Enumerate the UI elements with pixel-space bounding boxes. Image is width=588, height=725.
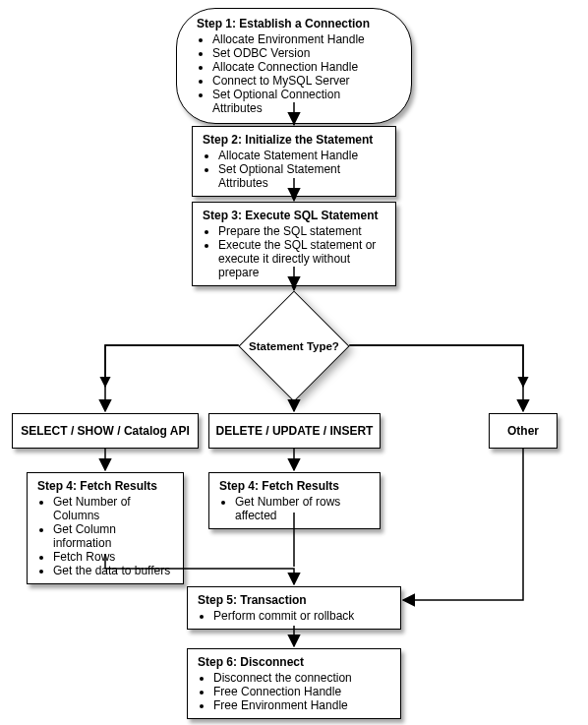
step4a-item: Fetch Rows (53, 550, 173, 564)
step3-list: Prepare the SQL statement Execute the SQ… (203, 224, 385, 279)
branch-dml-label: DELETE / UPDATE / INSERT (216, 424, 374, 438)
step6-title: Step 6: Disconnect (198, 655, 390, 669)
step6-node: Step 6: Disconnect Disconnect the connec… (187, 648, 401, 719)
step4a-list: Get Number of Columns Get Column informa… (37, 495, 173, 577)
step6-item: Free Environment Handle (213, 698, 390, 712)
decision-node: Statement Type? (238, 290, 350, 401)
step6-item: Disconnect the connection (213, 671, 390, 685)
step2-title: Step 2: Initialize the Statement (203, 133, 385, 147)
step1-title: Step 1: Establish a Connection (197, 17, 391, 30)
step4b-item: Get Number of rows affected (235, 495, 370, 522)
step2-item: Allocate Statement Handle (218, 149, 385, 162)
step1-item: Allocate Environment Handle (212, 32, 391, 46)
step4a-node: Step 4: Fetch Results Get Number of Colu… (27, 472, 184, 584)
step3-node: Step 3: Execute SQL Statement Prepare th… (192, 202, 396, 286)
step6-list: Disconnect the connection Free Connectio… (198, 671, 390, 712)
step4a-item: Get Column information (53, 522, 173, 550)
step1-item: Set Optional Connection Attributes (212, 88, 391, 115)
step1-item: Allocate Connection Handle (212, 60, 391, 74)
branch-select-label: SELECT / SHOW / Catalog API (21, 424, 190, 438)
step1-item: Set ODBC Version (212, 46, 391, 60)
step3-item: Execute the SQL statement or execute it … (218, 238, 385, 279)
branch-other-label: Other (507, 424, 539, 438)
step2-list: Allocate Statement Handle Set Optional S… (203, 149, 385, 190)
step3-title: Step 3: Execute SQL Statement (203, 209, 385, 222)
step4b-title: Step 4: Fetch Results (219, 479, 370, 493)
step5-list: Perform commit or rollback (198, 609, 390, 623)
step5-item: Perform commit or rollback (213, 609, 390, 623)
step3-item: Prepare the SQL statement (218, 224, 385, 238)
branch-other-node: Other (489, 413, 558, 449)
step5-node: Step 5: Transaction Perform commit or ro… (187, 586, 401, 630)
step4b-list: Get Number of rows affected (219, 495, 370, 522)
step4a-item: Get the data to buffers (53, 564, 173, 577)
branch-dml-node: DELETE / UPDATE / INSERT (208, 413, 381, 449)
step5-title: Step 5: Transaction (198, 593, 390, 607)
step4b-node: Step 4: Fetch Results Get Number of rows… (208, 472, 381, 529)
step1-item: Connect to MySQL Server (212, 74, 391, 88)
step4a-title: Step 4: Fetch Results (37, 479, 173, 493)
step1-list: Allocate Environment Handle Set ODBC Ver… (197, 32, 391, 115)
branch-select-node: SELECT / SHOW / Catalog API (12, 413, 199, 449)
step2-node: Step 2: Initialize the Statement Allocat… (192, 126, 396, 197)
step2-item: Set Optional Statement Attributes (218, 162, 385, 190)
step1-node: Step 1: Establish a Connection Allocate … (176, 8, 412, 124)
step6-item: Free Connection Handle (213, 685, 390, 698)
step4a-item: Get Number of Columns (53, 495, 173, 522)
